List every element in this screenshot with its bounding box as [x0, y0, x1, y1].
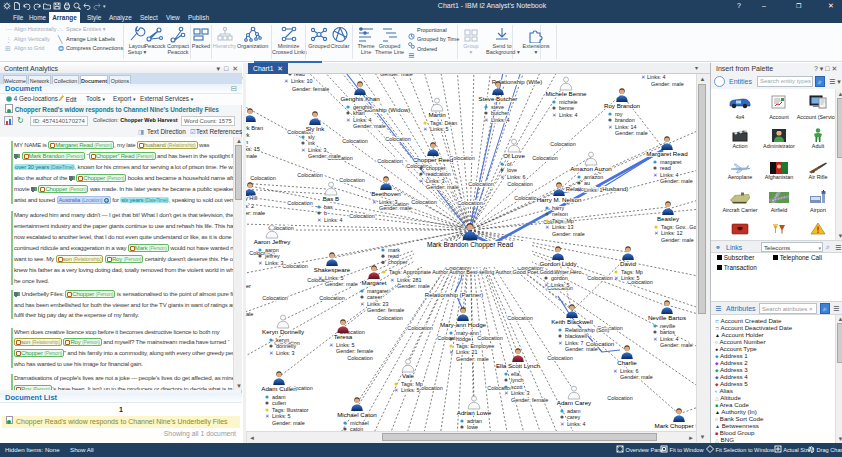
svg-text:Mark Chopper Re: Mark Chopper Re	[655, 422, 696, 429]
svg-text:Tags: Appropriate Author,Autho: Tags: Appropriate Author,Author,Best-sel…	[389, 269, 582, 275]
svg-text:✕: ✕	[653, 336, 658, 342]
svg-text:Adrian Lowe: Adrian Lowe	[457, 409, 492, 416]
svg-text:Gordon Liddy: Gordon Liddy	[539, 260, 577, 267]
svg-text:Colocation: Colocation	[547, 355, 572, 361]
svg-text:✕: ✕	[552, 112, 557, 118]
svg-text:Colocation: Colocation	[385, 136, 410, 142]
svg-text:Teresa: Teresa	[334, 333, 353, 340]
svg-text:✕: ✕	[317, 217, 322, 223]
svg-text:✕: ✕	[449, 349, 454, 355]
svg-text:Adam Carey: Adam Carey	[557, 399, 592, 406]
svg-text:hodge: hodge	[456, 336, 471, 342]
svg-text:Colocation: Colocation	[507, 181, 532, 187]
svg-text:Colocation: Colocation	[468, 181, 493, 187]
svg-text:bartos: bartos	[660, 329, 675, 335]
svg-text:jeffrey: jeffrey	[264, 253, 280, 259]
svg-text:Gender: male: Gender: male	[552, 231, 585, 237]
svg-text:Links: 10: Links: 10	[291, 78, 313, 84]
svg-text:lowe: lowe	[467, 424, 478, 430]
svg-text:Gender: male: Gender: male	[456, 356, 489, 362]
svg-text:Gender: male: Gender: male	[426, 184, 459, 190]
svg-text:read: read	[426, 171, 437, 177]
svg-text:Links: 6: Links: 6	[507, 174, 526, 180]
svg-text:ale: ale	[246, 311, 253, 317]
svg-text:Gender: male: Gender: male	[380, 74, 413, 77]
svg-text:Links: 5: Links: 5	[430, 126, 449, 132]
svg-text:Colocation: Colocation	[411, 199, 436, 205]
svg-text:✕: ✕	[360, 301, 365, 307]
svg-text:Adam Cullen: Adam Cullen	[261, 385, 297, 392]
svg-text:lynch: lynch	[511, 377, 524, 383]
svg-text:Links: 4: Links: 4	[567, 421, 586, 427]
svg-text:✕: ✕	[544, 282, 549, 288]
svg-text:Colocation: Colocation	[550, 141, 575, 147]
svg-text:David: David	[620, 260, 636, 267]
svg-text:love: love	[507, 167, 517, 173]
svg-text:nelson: nelson	[552, 211, 568, 217]
svg-text:Links: 13: Links: 13	[552, 224, 574, 230]
svg-text:Colocation: Colocation	[407, 325, 432, 331]
svg-text:Harry M. Nelson: Harry M. Nelson	[537, 196, 582, 203]
svg-text:n: n	[246, 139, 248, 145]
svg-text:Margaret Read: Margaret Read	[646, 150, 688, 157]
svg-text:er: er	[246, 283, 251, 289]
svg-text:mark: mark	[388, 247, 400, 253]
svg-text:Gender: male: Gender: male	[615, 130, 648, 136]
svg-text:s: 2: s: 2	[246, 203, 254, 209]
svg-text:Roy Brandon: Roy Brandon	[604, 102, 641, 109]
svg-text:Amazon Auzon: Amazon Auzon	[570, 165, 612, 172]
svg-text:✕: ✕	[641, 74, 646, 80]
svg-text:Gender: female: Gender: female	[292, 86, 329, 92]
svg-text:✕: ✕	[577, 187, 582, 193]
svg-text:Colocation: Colocation	[457, 200, 482, 206]
svg-text:✕: ✕	[269, 350, 274, 356]
svg-text:Colocation: Colocation	[349, 213, 374, 219]
svg-text:butcher: butcher	[491, 110, 509, 116]
svg-text:Links: 12: Links: 12	[661, 230, 683, 236]
svg-text:✕: ✕	[484, 117, 489, 123]
svg-text:Relationship (Partner): Relationship (Partner)	[425, 292, 483, 298]
svg-text:donnelly: donnelly	[276, 343, 296, 349]
svg-text:Sly Ink: Sly Ink	[306, 125, 325, 132]
svg-text:✕: ✕	[608, 124, 613, 130]
svg-text:Colocation: Colocation	[532, 155, 557, 161]
svg-text:Gender: male: Gender: male	[565, 346, 598, 352]
svg-text:Gender: male: Gender: male	[660, 342, 693, 348]
svg-text:✕: ✕	[504, 390, 509, 396]
svg-text:Colocation: Colocation	[347, 355, 372, 361]
svg-text:Gender: male: Gender: male	[379, 205, 412, 211]
svg-text:Vale: Vale	[402, 372, 414, 379]
svg-text:Colocation: Colocation	[587, 275, 612, 281]
svg-text:ink: ink	[308, 140, 315, 146]
svg-text:Gender: male: Gender: male	[397, 283, 430, 289]
svg-text:Michael Caton: Michael Caton	[337, 411, 377, 418]
svg-text:Chopper Reed: Chopper Reed	[413, 156, 454, 163]
svg-text:Gender: male: Gender: male	[651, 81, 684, 87]
svg-text:Links: 4: Links: 4	[647, 74, 666, 80]
svg-text:Links: 4: Links: 4	[491, 117, 510, 123]
svg-text:Colocation: Colocation	[342, 138, 367, 144]
svg-text:Links: 1: Links: 1	[584, 187, 603, 193]
svg-text:✕: ✕	[419, 178, 424, 184]
svg-text:Bas B: Bas B	[323, 195, 340, 202]
svg-text:chopper: chopper	[388, 259, 408, 265]
svg-text:Links: 5: Links: 5	[272, 413, 291, 419]
svg-text:✕: ✕	[394, 387, 399, 393]
svg-text:✕: ✕	[318, 275, 323, 281]
svg-text:male: male	[246, 153, 257, 159]
svg-text:y Hill: y Hill	[246, 195, 257, 201]
svg-text:career: career	[367, 294, 382, 300]
svg-text:Colocation: Colocation	[607, 395, 632, 401]
svg-text:brandon: brandon	[615, 117, 635, 123]
svg-text:Colocation: Colocation	[477, 335, 502, 341]
svg-text:Colocation: Colocation	[377, 158, 402, 164]
svg-text:Links: 4: Links: 4	[559, 112, 578, 118]
svg-text:rk: rk	[246, 132, 250, 138]
svg-text:Links: 5: Links: 5	[401, 387, 420, 393]
svg-text:khan: khan	[353, 110, 365, 116]
svg-text:Links: 3: Links: 3	[265, 260, 284, 266]
svg-text:✕: ✕	[265, 413, 270, 419]
svg-text:Colocation: Colocation	[250, 175, 275, 181]
svg-text:Shakespeare: Shakespeare	[314, 266, 351, 273]
svg-text:Gender: female: Gender: female	[336, 348, 373, 354]
